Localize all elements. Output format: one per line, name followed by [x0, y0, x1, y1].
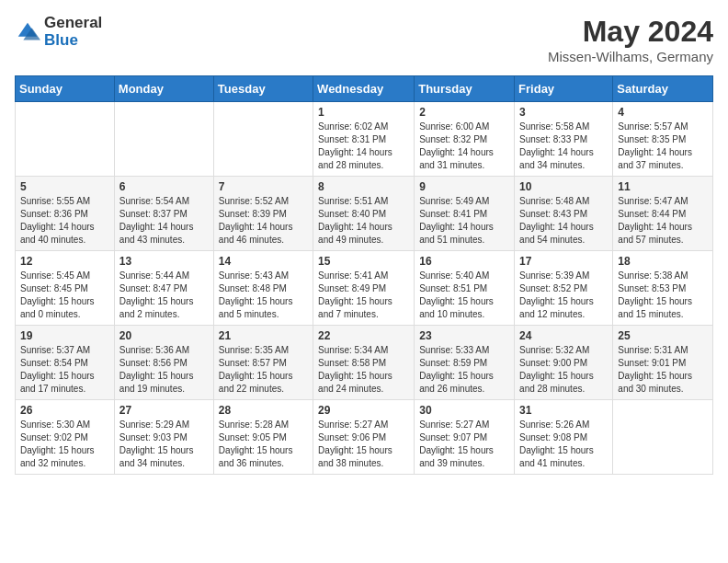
weekday-header-sunday: Sunday	[16, 76, 115, 102]
day-number: 17	[519, 255, 608, 268]
day-info: Sunrise: 5:31 AM Sunset: 9:01 PM Dayligh…	[618, 344, 708, 396]
calendar-cell: 6Sunrise: 5:54 AM Sunset: 8:37 PM Daylig…	[114, 177, 213, 251]
calendar-cell: 23Sunrise: 5:33 AM Sunset: 8:59 PM Dayli…	[415, 326, 515, 400]
day-info: Sunrise: 5:43 AM Sunset: 8:48 PM Dayligh…	[219, 270, 308, 321]
calendar-cell: 17Sunrise: 5:39 AM Sunset: 8:52 PM Dayli…	[515, 251, 613, 326]
day-info: Sunrise: 5:36 AM Sunset: 8:56 PM Dayligh…	[119, 344, 209, 396]
day-number: 6	[119, 180, 209, 193]
calendar-cell: 7Sunrise: 5:52 AM Sunset: 8:39 PM Daylig…	[213, 177, 313, 251]
title-block: May 2024 Missen-Wilhams, Germany	[548, 15, 713, 64]
calendar-cell: 30Sunrise: 5:27 AM Sunset: 9:07 PM Dayli…	[415, 400, 515, 475]
calendar-header-row: SundayMondayTuesdayWednesdayThursdayFrid…	[16, 76, 713, 102]
day-info: Sunrise: 5:30 AM Sunset: 9:02 PM Dayligh…	[20, 419, 109, 470]
day-info: Sunrise: 5:58 AM Sunset: 8:33 PM Dayligh…	[519, 121, 608, 172]
day-number: 12	[20, 255, 109, 268]
calendar-cell: 14Sunrise: 5:43 AM Sunset: 8:48 PM Dayli…	[213, 251, 313, 326]
day-number: 27	[119, 404, 209, 417]
day-number: 21	[219, 329, 308, 342]
day-info: Sunrise: 5:54 AM Sunset: 8:37 PM Dayligh…	[119, 195, 209, 247]
page-header: General Blue May 2024 Missen-Wilhams, Ge…	[15, 15, 713, 64]
logo-icon	[15, 19, 40, 45]
calendar-cell	[613, 400, 713, 475]
logo-blue-text: Blue	[44, 32, 102, 50]
day-info: Sunrise: 6:00 AM Sunset: 8:32 PM Dayligh…	[419, 121, 509, 172]
calendar-cell	[213, 102, 313, 177]
day-info: Sunrise: 5:29 AM Sunset: 9:03 PM Dayligh…	[119, 419, 209, 470]
calendar-cell: 2Sunrise: 6:00 AM Sunset: 8:32 PM Daylig…	[415, 102, 515, 177]
calendar-cell: 15Sunrise: 5:41 AM Sunset: 8:49 PM Dayli…	[313, 251, 415, 326]
logo-general-text: General	[44, 15, 102, 32]
day-info: Sunrise: 5:27 AM Sunset: 9:06 PM Dayligh…	[318, 419, 409, 470]
day-number: 23	[419, 329, 509, 342]
day-number: 22	[318, 329, 409, 342]
day-number: 3	[519, 106, 608, 119]
calendar-cell: 29Sunrise: 5:27 AM Sunset: 9:06 PM Dayli…	[313, 400, 415, 475]
logo: General Blue	[15, 15, 102, 49]
calendar-week-row: 19Sunrise: 5:37 AM Sunset: 8:54 PM Dayli…	[16, 326, 713, 400]
day-info: Sunrise: 6:02 AM Sunset: 8:31 PM Dayligh…	[318, 121, 409, 172]
day-info: Sunrise: 5:38 AM Sunset: 8:53 PM Dayligh…	[618, 270, 708, 321]
calendar-cell: 25Sunrise: 5:31 AM Sunset: 9:01 PM Dayli…	[613, 326, 713, 400]
day-info: Sunrise: 5:55 AM Sunset: 8:36 PM Dayligh…	[20, 195, 109, 247]
month-year-title: May 2024	[548, 15, 713, 49]
day-number: 2	[419, 106, 509, 119]
day-info: Sunrise: 5:45 AM Sunset: 8:45 PM Dayligh…	[20, 270, 109, 321]
day-number: 10	[519, 180, 608, 193]
day-info: Sunrise: 5:41 AM Sunset: 8:49 PM Dayligh…	[318, 270, 409, 321]
logo-text: General Blue	[44, 15, 102, 49]
day-info: Sunrise: 5:27 AM Sunset: 9:07 PM Dayligh…	[419, 419, 509, 470]
weekday-header-thursday: Thursday	[415, 76, 515, 102]
calendar-week-row: 5Sunrise: 5:55 AM Sunset: 8:36 PM Daylig…	[16, 177, 713, 251]
day-number: 20	[119, 329, 209, 342]
day-info: Sunrise: 5:51 AM Sunset: 8:40 PM Dayligh…	[318, 195, 409, 247]
calendar-cell: 18Sunrise: 5:38 AM Sunset: 8:53 PM Dayli…	[613, 251, 713, 326]
day-number: 15	[318, 255, 409, 268]
calendar-cell: 13Sunrise: 5:44 AM Sunset: 8:47 PM Dayli…	[114, 251, 213, 326]
weekday-header-friday: Friday	[515, 76, 613, 102]
day-number: 1	[318, 106, 409, 119]
day-number: 4	[618, 106, 708, 119]
weekday-header-tuesday: Tuesday	[213, 76, 313, 102]
day-number: 14	[219, 255, 308, 268]
weekday-header-saturday: Saturday	[613, 76, 713, 102]
calendar-week-row: 26Sunrise: 5:30 AM Sunset: 9:02 PM Dayli…	[16, 400, 713, 475]
day-info: Sunrise: 5:57 AM Sunset: 8:35 PM Dayligh…	[618, 121, 708, 172]
calendar-cell: 21Sunrise: 5:35 AM Sunset: 8:57 PM Dayli…	[213, 326, 313, 400]
day-info: Sunrise: 5:32 AM Sunset: 9:00 PM Dayligh…	[519, 344, 608, 396]
day-info: Sunrise: 5:47 AM Sunset: 8:44 PM Dayligh…	[618, 195, 708, 247]
day-info: Sunrise: 5:28 AM Sunset: 9:05 PM Dayligh…	[219, 419, 308, 470]
calendar-cell: 24Sunrise: 5:32 AM Sunset: 9:00 PM Dayli…	[515, 326, 613, 400]
day-number: 18	[618, 255, 708, 268]
day-info: Sunrise: 5:49 AM Sunset: 8:41 PM Dayligh…	[419, 195, 509, 247]
calendar-cell: 26Sunrise: 5:30 AM Sunset: 9:02 PM Dayli…	[16, 400, 115, 475]
day-info: Sunrise: 5:52 AM Sunset: 8:39 PM Dayligh…	[219, 195, 308, 247]
calendar-cell: 12Sunrise: 5:45 AM Sunset: 8:45 PM Dayli…	[16, 251, 115, 326]
day-info: Sunrise: 5:26 AM Sunset: 9:08 PM Dayligh…	[519, 419, 608, 470]
calendar-cell: 1Sunrise: 6:02 AM Sunset: 8:31 PM Daylig…	[313, 102, 415, 177]
calendar-cell: 16Sunrise: 5:40 AM Sunset: 8:51 PM Dayli…	[415, 251, 515, 326]
day-number: 11	[618, 180, 708, 193]
calendar-cell: 20Sunrise: 5:36 AM Sunset: 8:56 PM Dayli…	[114, 326, 213, 400]
day-number: 9	[419, 180, 509, 193]
day-number: 8	[318, 180, 409, 193]
calendar-cell	[114, 102, 213, 177]
calendar-cell: 3Sunrise: 5:58 AM Sunset: 8:33 PM Daylig…	[515, 102, 613, 177]
day-number: 31	[519, 404, 608, 417]
calendar-cell: 8Sunrise: 5:51 AM Sunset: 8:40 PM Daylig…	[313, 177, 415, 251]
calendar-cell: 4Sunrise: 5:57 AM Sunset: 8:35 PM Daylig…	[613, 102, 713, 177]
day-number: 19	[20, 329, 109, 342]
day-number: 16	[419, 255, 509, 268]
calendar-cell: 5Sunrise: 5:55 AM Sunset: 8:36 PM Daylig…	[16, 177, 115, 251]
day-number: 24	[519, 329, 608, 342]
day-info: Sunrise: 5:34 AM Sunset: 8:58 PM Dayligh…	[318, 344, 409, 396]
day-number: 5	[20, 180, 109, 193]
day-number: 30	[419, 404, 509, 417]
day-number: 28	[219, 404, 308, 417]
day-number: 25	[618, 329, 708, 342]
day-info: Sunrise: 5:39 AM Sunset: 8:52 PM Dayligh…	[519, 270, 608, 321]
day-info: Sunrise: 5:48 AM Sunset: 8:43 PM Dayligh…	[519, 195, 608, 247]
calendar-cell: 28Sunrise: 5:28 AM Sunset: 9:05 PM Dayli…	[213, 400, 313, 475]
day-number: 29	[318, 404, 409, 417]
day-info: Sunrise: 5:37 AM Sunset: 8:54 PM Dayligh…	[20, 344, 109, 396]
calendar-cell: 9Sunrise: 5:49 AM Sunset: 8:41 PM Daylig…	[415, 177, 515, 251]
